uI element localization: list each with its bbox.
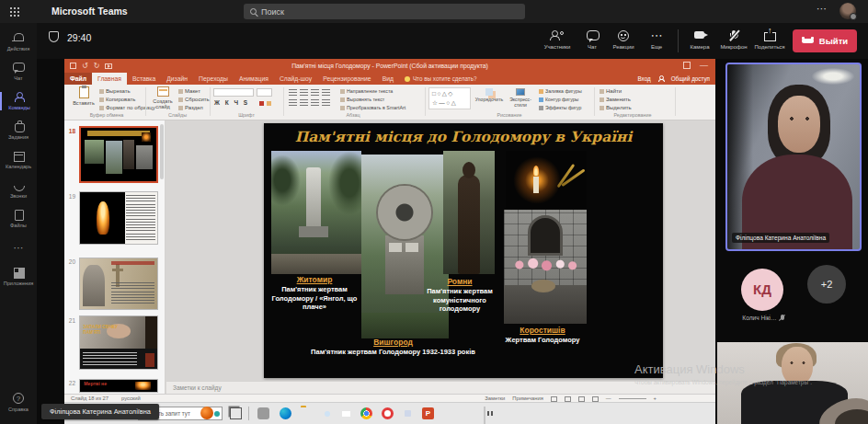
shape-outline-button[interactable]: Контур фигуры (539, 96, 578, 103)
opera-icon[interactable] (382, 407, 394, 419)
microphone-button[interactable]: Микрофон (717, 29, 750, 50)
sidebar-item-more[interactable]: ⋯ (0, 244, 37, 254)
reading-view-icon[interactable] (578, 396, 585, 402)
reset-button[interactable]: Сбросить (178, 96, 210, 103)
quick-styles-icon (516, 88, 525, 96)
normal-view-icon[interactable] (551, 396, 557, 402)
slide-sorter-icon[interactable] (565, 396, 571, 402)
sidebar-item-calendar[interactable]: Календарь (0, 151, 37, 169)
thumbnail-slide-19[interactable] (79, 191, 158, 245)
leave-button[interactable]: Выйти (793, 29, 857, 52)
pinned-app-icon[interactable] (257, 407, 269, 419)
list-buttons[interactable] (289, 89, 333, 97)
ribbon-options-icon[interactable] (683, 62, 691, 69)
monument-shape (306, 167, 321, 228)
select-button[interactable]: Выделить (600, 104, 632, 111)
format-painter-button[interactable]: Формат по образцу (99, 104, 155, 111)
powerpoint-icon[interactable]: P (422, 407, 434, 419)
tab-view[interactable]: Вид (377, 73, 399, 85)
more-actions-button[interactable]: ⋯Еще (640, 29, 673, 50)
tab-insert[interactable]: Вставка (127, 73, 161, 85)
current-slide[interactable]: Пам'ятні місця до Голодомору в Україні (264, 123, 663, 378)
save-icon[interactable] (70, 63, 76, 69)
align-buttons[interactable] (289, 99, 333, 107)
titlebar-more-button[interactable]: ⋯ (817, 3, 827, 15)
smartart-button[interactable]: Преобразовать в SmartArt (340, 104, 405, 111)
search-input[interactable]: Поиск (244, 4, 525, 19)
sidebar-item-activity[interactable]: Действия (0, 33, 37, 52)
new-slide-button[interactable]: Создать слайд (149, 86, 177, 109)
cut-button[interactable]: Вырезать (99, 87, 131, 95)
thumbnail-slide-20[interactable] (79, 258, 158, 310)
replace-button[interactable]: Заменить (600, 96, 631, 103)
sidebar-item-chat[interactable]: Чат (0, 63, 37, 81)
sidebar-item-apps[interactable]: Приложения (0, 268, 37, 286)
share-button[interactable]: Поделиться (750, 29, 789, 50)
font-name-combobox[interactable] (213, 88, 254, 97)
thumbnail-slide-21[interactable]: ЗАПАЛИ СВІЧКУ ПАМ'ЯТІ (79, 315, 158, 370)
sidebar-item-files[interactable]: Файлы (0, 210, 37, 228)
tab-home[interactable]: Главная (92, 73, 127, 85)
highlight-color-button[interactable] (267, 101, 271, 106)
participant-avatar[interactable]: КД (741, 269, 783, 311)
redo-icon[interactable]: ↻ (94, 62, 100, 70)
notes-pane[interactable]: Заметки к слайду (166, 381, 715, 394)
zoom-slider[interactable] (619, 398, 646, 399)
tab-transitions[interactable]: Переходы (193, 73, 234, 85)
edge-icon[interactable] (280, 407, 291, 419)
shape-fill-button[interactable]: Заливка фигуры (539, 87, 582, 95)
align-text-button[interactable]: Выровнять текст (340, 96, 384, 103)
task-view-icon[interactable] (230, 407, 242, 419)
tab-design[interactable]: Дизайн (161, 73, 193, 85)
chrome-icon[interactable] (360, 407, 372, 419)
font-color-button[interactable] (259, 101, 264, 106)
sidebar-item-help[interactable]: ?Справка (0, 393, 37, 412)
slideshow-icon[interactable] (105, 63, 112, 69)
arrange-button[interactable]: Упорядочить (474, 88, 504, 103)
tab-review[interactable]: Рецензирование (317, 73, 376, 85)
sidebar-item-calls[interactable]: Звонки (0, 180, 37, 199)
quick-styles-button[interactable]: Экспресс-стили (506, 88, 535, 108)
tab-file[interactable]: Файл (64, 73, 92, 85)
reactions-button[interactable]: Реакции (607, 29, 640, 50)
sidebar-item-teams[interactable]: Команды (0, 92, 37, 110)
font-style-buttons[interactable]: Ж К Ч S (214, 99, 249, 106)
text-direction-button[interactable]: Направление текста (340, 87, 393, 95)
cortana-orb-icon[interactable] (200, 407, 213, 419)
thumb-number: 18 (64, 128, 75, 134)
ppt-title-bar: ↺ ↻ Пам'ятні місця Голодомору - PowerPoi… (64, 59, 715, 73)
share-document-button[interactable]: Общий доступ (671, 75, 710, 82)
tell-me-box[interactable]: Что вы хотите сделать? (399, 73, 483, 85)
ellipsis-icon: ⋯ (640, 30, 673, 40)
thumbnails-scrollbar[interactable] (160, 124, 164, 179)
backpack-icon (13, 121, 25, 132)
participants-button[interactable]: Участники (541, 29, 574, 50)
copy-button[interactable]: Копировать (99, 96, 135, 103)
chat-button[interactable]: Чат (576, 29, 609, 50)
white-app-tile-icon[interactable] (484, 407, 485, 424)
shape-effects-button[interactable]: Эффекты фигур (539, 104, 582, 111)
thumbnail-slide-18[interactable] (79, 126, 158, 183)
participant-video-tile[interactable] (717, 342, 868, 424)
sidebar-item-assignments[interactable]: Задания (0, 121, 37, 140)
undo-icon[interactable]: ↺ (82, 62, 88, 70)
bell-icon (13, 33, 25, 43)
flame-shape (533, 166, 539, 176)
section-button[interactable]: Раздел (178, 104, 203, 111)
find-button[interactable]: Найти (600, 87, 622, 95)
overflow-participants-badge[interactable]: +2 (807, 265, 846, 304)
font-size-combobox[interactable] (257, 88, 272, 97)
speaker-video-tile[interactable]: Філіпцова Катерина Анатоліївна (725, 63, 862, 251)
layout-button[interactable]: Макет (178, 87, 200, 95)
tab-animations[interactable]: Анимация (234, 73, 274, 85)
slideshow-view-icon[interactable] (592, 396, 599, 402)
user-avatar[interactable] (839, 3, 856, 19)
app-launcher-icon[interactable] (9, 6, 20, 17)
paste-button[interactable]: Вставить (70, 86, 97, 106)
shapes-gallery[interactable]: □○△◇ ☆—○△ (428, 87, 471, 109)
minimize-icon[interactable]: — (700, 61, 708, 70)
tab-slideshow[interactable]: Слайд-шоу (274, 73, 317, 85)
sign-in-button[interactable]: Вход (637, 75, 650, 82)
camera-button[interactable]: Камера (683, 29, 716, 50)
thumbnail-slide-22[interactable]: Мертві не (79, 379, 158, 393)
